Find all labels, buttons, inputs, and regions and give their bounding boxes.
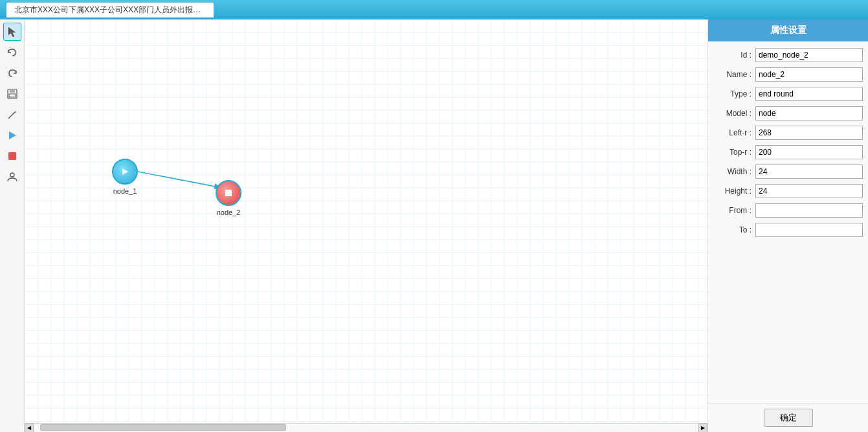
tool-stop[interactable] bbox=[3, 147, 21, 165]
prop-row-from: From : bbox=[708, 201, 868, 220]
prop-input-from[interactable] bbox=[755, 203, 863, 218]
prop-row-type: Type : bbox=[708, 84, 868, 104]
prop-row-width: Width : bbox=[708, 162, 868, 181]
confirm-button[interactable]: 确定 bbox=[764, 409, 813, 427]
tool-select[interactable] bbox=[3, 23, 21, 41]
toolbar bbox=[0, 19, 25, 432]
node-2-circle bbox=[216, 180, 241, 206]
node-1-label: node_1 bbox=[113, 187, 137, 195]
prop-input-to[interactable] bbox=[755, 223, 863, 237]
tool-redo[interactable] bbox=[3, 64, 21, 82]
title-bar: 北京市XXX公司下属XXX子公司XXX部门人员外出报销流... bbox=[0, 0, 868, 19]
tool-undo[interactable] bbox=[3, 43, 21, 62]
prop-row-height: Height : bbox=[708, 181, 868, 201]
tool-save[interactable] bbox=[3, 85, 21, 103]
prop-label-id: Id : bbox=[713, 51, 755, 60]
prop-label-type: Type : bbox=[713, 89, 755, 98]
prop-row-id: Id : bbox=[708, 45, 868, 65]
prop-input-id[interactable] bbox=[755, 48, 863, 62]
scroll-thumb[interactable] bbox=[40, 424, 286, 431]
scroll-left-arrow[interactable]: ◀ bbox=[25, 424, 34, 433]
prop-row-top: Top-r : bbox=[708, 142, 868, 162]
panel-body: Id :Name :Type :Model :Left-r :Top-r :Wi… bbox=[708, 41, 868, 403]
prop-input-left[interactable] bbox=[755, 126, 863, 140]
main-layout: node_1 node_2 ◀ ▶ 属性设置 Id :Name :Type : bbox=[0, 19, 868, 432]
prop-input-width[interactable] bbox=[755, 165, 863, 179]
svg-rect-2 bbox=[10, 89, 15, 93]
tool-play[interactable] bbox=[3, 126, 21, 144]
prop-row-name: Name : bbox=[708, 65, 868, 84]
tab-label[interactable]: 北京市XXX公司下属XXX子公司XXX部门人员外出报销流... bbox=[6, 3, 214, 17]
svg-line-4 bbox=[9, 112, 15, 118]
svg-marker-0 bbox=[8, 27, 16, 37]
svg-marker-11 bbox=[122, 168, 128, 175]
svg-line-10 bbox=[138, 172, 222, 188]
panel-footer: 确定 bbox=[708, 403, 868, 432]
right-panel: 属性设置 Id :Name :Type :Model :Left-r :Top-… bbox=[707, 19, 868, 432]
horizontal-scrollbar[interactable]: ◀ ▶ bbox=[25, 423, 707, 432]
svg-rect-3 bbox=[9, 94, 16, 97]
prop-label-left: Left-r : bbox=[713, 128, 755, 137]
prop-row-to: To : bbox=[708, 220, 868, 240]
svg-rect-7 bbox=[8, 152, 16, 160]
prop-input-height[interactable] bbox=[755, 184, 863, 198]
prop-label-top: Top-r : bbox=[713, 148, 755, 157]
prop-input-top[interactable] bbox=[755, 145, 863, 159]
node-2-label: node_2 bbox=[217, 209, 241, 216]
connector-svg bbox=[25, 19, 707, 432]
svg-point-8 bbox=[10, 173, 14, 177]
scroll-right-arrow[interactable]: ▶ bbox=[698, 424, 707, 433]
prop-label-model: Model : bbox=[713, 109, 755, 118]
node-1[interactable]: node_1 bbox=[112, 159, 138, 195]
tool-pencil[interactable] bbox=[3, 106, 21, 124]
svg-marker-6 bbox=[9, 131, 16, 139]
prop-label-from: From : bbox=[713, 206, 755, 215]
prop-label-width: Width : bbox=[713, 167, 755, 176]
svg-line-5 bbox=[8, 118, 10, 119]
prop-input-name[interactable] bbox=[755, 67, 863, 82]
prop-label-name: Name : bbox=[713, 70, 755, 79]
prop-row-model: Model : bbox=[708, 104, 868, 123]
node-1-circle bbox=[112, 159, 138, 185]
node-2[interactable]: node_2 bbox=[216, 180, 241, 216]
prop-label-to: To : bbox=[713, 225, 755, 234]
svg-rect-12 bbox=[225, 190, 232, 196]
prop-input-model[interactable] bbox=[755, 106, 863, 120]
scroll-track[interactable] bbox=[34, 424, 698, 432]
panel-header: 属性设置 bbox=[708, 19, 868, 41]
tool-user[interactable] bbox=[3, 168, 21, 186]
canvas-area[interactable]: node_1 node_2 ◀ ▶ bbox=[25, 19, 707, 432]
prop-label-height: Height : bbox=[713, 187, 755, 196]
prop-row-left: Left-r : bbox=[708, 123, 868, 142]
prop-input-type[interactable] bbox=[755, 87, 863, 101]
